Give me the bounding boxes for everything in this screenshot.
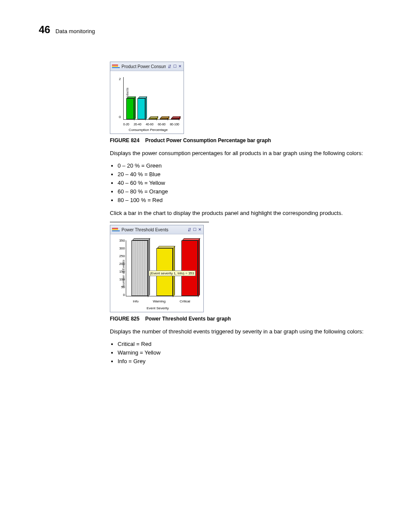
logo-icon xyxy=(112,227,120,232)
bar[interactable] xyxy=(160,118,168,119)
list-item: Critical = Red xyxy=(118,341,385,347)
widget-titlebar[interactable]: Power Threshold Events ⭿ ☐ ✕ xyxy=(110,225,203,234)
figure-caption: FIGURE 825 Power Threshold Events bar gr… xyxy=(110,316,385,322)
plot-area: (Event severity 1, Info) = 353 xyxy=(126,240,197,296)
plot-area xyxy=(123,77,179,120)
chapter-title: Data monitoring xyxy=(56,28,95,34)
bar[interactable] xyxy=(126,98,134,119)
y-tick: 300 xyxy=(117,246,125,250)
paragraph: Displays the number of threshold events … xyxy=(110,328,385,336)
y-tick: 0 xyxy=(119,115,121,119)
y-tick: 200 xyxy=(117,262,125,266)
widget-power-threshold: Power Threshold Events ⭿ ☐ ✕ Number of E… xyxy=(110,225,204,312)
y-tick: 0 xyxy=(117,293,125,297)
y-tick: 350 xyxy=(117,239,125,243)
paragraph: Displays the power consumption percentag… xyxy=(110,149,385,157)
chart-power-threshold[interactable]: Number of Events 350 300 250 200 150 100… xyxy=(115,237,201,310)
color-legend-list: 0 – 20 % = Green 20 – 40 % = Blue 40 – 6… xyxy=(118,162,385,203)
y-tick: 50 xyxy=(117,285,125,289)
list-item: Warning = Yellow xyxy=(118,349,385,356)
bar[interactable] xyxy=(137,98,145,119)
list-item: 20 – 40 % = Blue xyxy=(118,171,385,177)
widget-title: Power Threshold Events xyxy=(121,227,186,232)
list-item: 0 – 20 % = Green xyxy=(118,162,385,169)
widget-power-consumption: Product Power Consumption P... ⭿ ☐ ✕ Num… xyxy=(110,62,184,134)
logo-icon xyxy=(112,64,120,68)
collapse-icon[interactable]: ⭿ xyxy=(187,228,191,232)
list-item: Info = Grey xyxy=(118,358,385,364)
page-header: 46 Data monitoring xyxy=(39,24,385,36)
list-item: 60 – 80 % = Orange xyxy=(118,188,385,195)
chart-tooltip: (Event severity 1, Info) = 353 xyxy=(149,271,196,276)
bar[interactable] xyxy=(149,118,156,119)
widget-titlebar[interactable]: Product Power Consumption P... ⭿ ☐ ✕ xyxy=(110,62,184,71)
figure-rule xyxy=(110,222,209,222)
chapter-number: 46 xyxy=(39,24,50,36)
widget-title: Product Power Consumption P... xyxy=(121,64,166,69)
chart-power-consumption[interactable]: Number of Products 2 0 xyxy=(115,74,182,132)
close-icon[interactable]: ✕ xyxy=(198,228,202,232)
x-axis-label: Consumption Percentage xyxy=(115,128,182,132)
color-legend-list: Critical = Red Warning = Yellow Info = G… xyxy=(118,341,385,364)
list-item: 40 – 60 % = Yellow xyxy=(118,180,385,186)
y-tick: 150 xyxy=(117,270,125,274)
list-item: 80 – 100 % = Red xyxy=(118,197,385,203)
y-tick: 100 xyxy=(117,277,125,281)
paragraph: Click a bar in the chart to display the … xyxy=(110,209,385,217)
close-icon[interactable]: ✕ xyxy=(178,65,182,68)
maximize-icon[interactable]: ☐ xyxy=(193,228,196,232)
x-axis-label: Event Severity xyxy=(115,306,201,310)
y-tick: 2 xyxy=(119,77,121,81)
collapse-icon[interactable]: ⭿ xyxy=(168,65,171,68)
maximize-icon[interactable]: ☐ xyxy=(173,65,177,68)
x-ticks: 0-20 20-40 40-60 60-80 80-100 xyxy=(123,123,179,126)
bar[interactable] xyxy=(131,240,148,296)
bar[interactable] xyxy=(181,240,198,296)
x-ticks: Info Warning Critical xyxy=(126,299,197,303)
bar[interactable] xyxy=(171,118,179,119)
figure-caption: FIGURE 824 Product Power Consumption Per… xyxy=(110,137,385,143)
y-tick: 250 xyxy=(117,254,125,258)
